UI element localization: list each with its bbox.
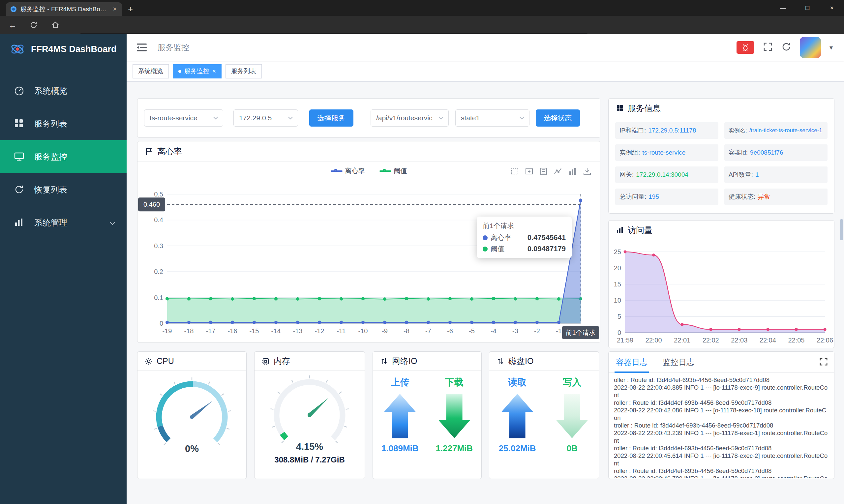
disk-write: 写入 0B [555,376,589,454]
ip-select[interactable]: 172.29.0.5 [233,109,298,127]
line-chart-type-icon[interactable] [554,167,562,176]
sidebar-item-service-list[interactable]: 服务列表 [0,107,127,140]
reload-button[interactable] [28,19,39,31]
card-title: 磁盘IO [508,356,534,366]
eccentricity-card: 离心率 离心率 阈值 [137,141,600,343]
select-service-button[interactable]: 选择服务 [309,109,354,127]
fullscreen-icon[interactable] [819,357,828,367]
scrollbar-thumb[interactable] [840,219,843,240]
zoom-reset-icon[interactable] [525,167,534,176]
legend-marker [331,168,343,174]
flag-icon [145,147,153,156]
disk-io-card: 磁盘IO 读取 25.02MiB 写入 0B [489,352,599,479]
tab-container-logs[interactable]: 容器日志 [616,357,647,373]
sidebar-item-system-management[interactable]: 系统管理 [0,206,127,239]
service-info-card: 服务信息 IP和端口:172.29.0.5:11178 实例名:/train-t… [608,98,834,214]
active-dot [178,70,181,73]
legend-item-threshold[interactable]: 阈值 [379,166,407,175]
network-io-card: 网络IO 上传 1.089MiB 下载 1.227MiB [373,352,482,479]
back-button[interactable]: ← [6,19,18,31]
svg-text:-3: -3 [512,327,518,335]
svg-text:22:04: 22:04 [759,337,776,344]
legend-item-eccentricity[interactable]: 离心率 [331,166,365,175]
upload-arrow-icon [383,393,417,439]
svg-text:22:03: 22:03 [731,337,748,344]
tab-close-icon[interactable]: × [111,5,118,13]
hamburger-icon[interactable] [135,41,148,54]
read-arrow-icon [500,393,535,439]
svg-text:5: 5 [617,313,621,320]
memory-card: 内存 4.15% 308.8MiB / 7.27GiB [254,352,365,479]
svg-text:-5: -5 [469,327,475,335]
log-lines[interactable]: oller : Route id: f3d4d4ef-693b-4456-8ee… [609,373,834,478]
home-button[interactable] [50,19,61,31]
field-total-visits: 总访问量:195 [615,188,718,205]
select-state-button[interactable]: 选择状态 [536,109,580,127]
favicon-icon [10,5,17,13]
refresh-icon[interactable] [782,42,791,53]
sidebar-item-overview[interactable]: 系统概览 [0,74,127,107]
field-container-id: 容器id:9e00851f76 [724,144,827,161]
svg-text:22:06: 22:06 [816,337,833,344]
visits-chart[interactable]: 051015202521:5922:0022:0122:0222:0322:04… [609,241,834,347]
api-select[interactable]: /api/v1/routeservic [371,109,449,127]
log-line: 2022-08-22 22:00:43.239 INFO 1 --- [io-1… [614,429,829,444]
disk-read: 读取 25.02MiB [499,376,536,454]
tag-service-list[interactable]: 服务列表 [226,64,262,78]
network-upload: 上传 1.089MiB [381,376,419,454]
logo-icon [10,41,25,57]
field-health-status: 健康状态:异常 [724,188,827,205]
download-arrow-icon [437,393,471,439]
series-dot [483,235,488,240]
svg-text:前1个请求: 前1个请求 [565,329,595,336]
svg-text:-17: -17 [206,327,216,335]
window-controls: — □ × [771,0,844,16]
state-select[interactable]: state1 [455,109,529,127]
breadcrumb[interactable]: 服务监控 [158,42,189,53]
save-image-icon[interactable] [583,167,591,176]
svg-text:-13: -13 [293,327,303,335]
browser-tab[interactable]: 服务监控 - FFR4MS DashBoard × [6,2,122,16]
cpu-card: CPU 0% [137,352,247,479]
chevron-down-icon [519,116,524,120]
sidebar-item-service-monitor[interactable]: 服务监控 [0,140,127,173]
app-logo[interactable]: FFR4MS DashBoard [0,34,127,64]
tags-view: 系统概览 服务监控 × 服务列表 [127,61,844,82]
series-dot [483,247,488,252]
refresh-cycle-icon [14,184,24,195]
zoom-select-icon[interactable] [510,167,519,176]
svg-text:21:59: 21:59 [617,337,633,344]
svg-text:-15: -15 [250,327,259,335]
window-maximize-button[interactable]: □ [795,0,820,16]
svg-text:4.15%: 4.15% [296,442,323,452]
user-avatar[interactable] [800,37,821,58]
svg-text:-14: -14 [271,327,281,335]
caret-down-icon[interactable]: ▾ [829,43,833,51]
svg-text:10: 10 [614,297,621,304]
svg-text:25: 25 [614,248,621,255]
tag-overview[interactable]: 系统概览 [132,64,169,78]
svg-text:-19: -19 [163,327,172,335]
chart-tooltip: 前1个请求 离心率 0.47545641 阈值 0.09487179 [477,217,572,258]
fullscreen-icon[interactable] [763,42,773,53]
window-close-button[interactable]: × [820,0,844,16]
service-select[interactable]: ts-route-service [144,109,223,127]
error-log-button[interactable] [737,41,754,54]
up-down-arrows-icon [380,357,388,365]
sidebar: FFR4MS DashBoard 系统概览 服务列表 服务监控 恢复列表 [0,34,127,504]
tab-monitor-logs[interactable]: 监控日志 [663,357,694,373]
svg-text:0: 0 [160,320,163,327]
grid-icon [14,118,24,129]
new-tab-button[interactable]: + [128,4,133,14]
data-view-icon[interactable] [539,167,548,176]
bar-chart-type-icon[interactable] [568,167,577,176]
eccentricity-chart[interactable]: 00.10.20.30.40.5-19-18-17-16-15-14-13-12… [138,182,601,344]
tag-service-monitor[interactable]: 服务监控 × [173,64,221,78]
window-minimize-button[interactable]: — [771,0,795,16]
sidebar-item-recovery-list[interactable]: 恢复列表 [0,173,127,206]
svg-text:-4: -4 [490,327,497,335]
field-instance-name: 实例名:/train-ticket-ts-route-service-1 [724,122,827,139]
tag-close-icon[interactable]: × [212,68,216,75]
service-info-grid: IP和端口:172.29.0.5:11178 实例名:/train-ticket… [609,118,834,205]
chevron-down-icon [288,116,293,120]
